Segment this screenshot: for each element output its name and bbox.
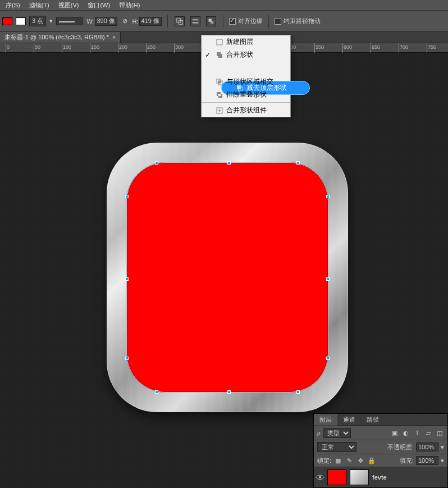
- menu-merge-components[interactable]: 合并形状组件: [202, 104, 290, 117]
- divider: [167, 15, 168, 28]
- menu-help[interactable]: 帮助(H): [115, 1, 144, 10]
- menu-filter[interactable]: 滤镜(T): [25, 1, 54, 10]
- artwork: [107, 143, 348, 412]
- filter-shape-icon[interactable]: ▱: [424, 428, 433, 437]
- h-label: H:: [132, 18, 138, 25]
- svg-rect-6: [217, 39, 222, 45]
- menu-exclude[interactable]: 排除重叠形状: [202, 88, 290, 101]
- layer-thumbnail[interactable]: [327, 469, 346, 485]
- menu-order[interactable]: 序(S): [1, 1, 25, 10]
- opacity-input[interactable]: [416, 443, 438, 451]
- menu-view[interactable]: 视图(V): [54, 1, 84, 10]
- menu-intersect[interactable]: 与形状区域相交: [202, 75, 290, 88]
- layer-row[interactable]: fevte: [314, 467, 447, 487]
- dropdown-icon[interactable]: ▾: [441, 444, 444, 451]
- path-operations-menu: 新建图层 ✓ 合并形状 减去顶层形状 与形状区域相交 排除重叠形状 合并形状组件: [201, 35, 291, 117]
- height-input[interactable]: [139, 17, 162, 26]
- lock-position-icon[interactable]: ✥: [356, 456, 365, 465]
- arrange-icon[interactable]: [206, 16, 216, 26]
- options-bar: 3 点 ▾ W: ⊘ H: 对齐边缘 约束路径拖动: [0, 10, 448, 31]
- blend-mode-select[interactable]: 正常: [317, 442, 356, 452]
- tab-channels[interactable]: 通道: [337, 414, 361, 426]
- width-input[interactable]: [95, 17, 117, 26]
- svg-rect-13: [218, 81, 221, 83]
- svg-rect-2: [193, 19, 199, 20]
- stroke-style[interactable]: [56, 17, 83, 25]
- align-edges-check[interactable]: 对齐边缘: [229, 17, 263, 25]
- checkbox-icon: [275, 18, 281, 25]
- svg-point-19: [319, 476, 321, 478]
- filter-adjust-icon[interactable]: ◐: [401, 428, 410, 437]
- divider: [268, 15, 269, 28]
- stroke-width[interactable]: 3 点: [29, 16, 46, 26]
- align-icon[interactable]: [190, 16, 200, 26]
- tab-layers[interactable]: 图层: [314, 414, 337, 426]
- filter-type-select[interactable]: 类型: [323, 428, 351, 438]
- svg-rect-8: [218, 54, 222, 58]
- visibility-icon[interactable]: [316, 473, 324, 481]
- lock-pixels-icon[interactable]: ✎: [345, 456, 354, 465]
- layer-name[interactable]: fevte: [372, 474, 387, 481]
- filter-smart-icon[interactable]: ◫: [435, 428, 444, 437]
- stroke-dropdown-icon[interactable]: ▾: [49, 17, 53, 25]
- menu-window[interactable]: 窗口(W): [83, 1, 115, 10]
- combine-icon: [216, 52, 223, 58]
- menu-new-layer[interactable]: 新建图层: [202, 35, 290, 48]
- path-ops-icon[interactable]: [175, 16, 185, 26]
- w-label: W:: [86, 18, 94, 25]
- filter-type-icon[interactable]: T: [413, 428, 422, 437]
- new-layer-icon: [216, 39, 223, 45]
- layer-mask-thumbnail[interactable]: [350, 469, 369, 485]
- svg-rect-5: [211, 21, 214, 24]
- divider: [223, 15, 223, 28]
- tab-paths[interactable]: 路径: [361, 414, 385, 426]
- stroke-swatch[interactable]: [16, 17, 26, 25]
- svg-rect-3: [193, 22, 199, 23]
- checkbox-icon: [229, 18, 236, 25]
- menu-combine[interactable]: ✓ 合并形状: [202, 48, 290, 61]
- exclude-icon: [216, 92, 223, 98]
- lock-transparent-icon[interactable]: ▩: [333, 456, 342, 465]
- layers-panel: 图层 通道 路径 ρ 类型 ▣ ◐ T ▱ ◫ 正常 不透明度: ▾ 锁定: ▩…: [313, 413, 448, 488]
- fill-swatch[interactable]: [2, 17, 12, 25]
- constrain-path-check[interactable]: 约束路径拖动: [275, 17, 321, 25]
- intersect-icon: [216, 79, 223, 85]
- red-rounded-rect[interactable]: [126, 162, 328, 393]
- lock-all-icon[interactable]: 🔒: [367, 456, 376, 465]
- check-icon: ✓: [205, 51, 211, 59]
- dropdown-icon[interactable]: ▾: [441, 457, 444, 464]
- document-tab[interactable]: 未标题-1 @ 100% (#c3c3c3, RGB/8) * ×: [0, 32, 121, 43]
- link-wh-icon[interactable]: ⊘: [121, 17, 129, 25]
- panel-tabs: 图层 通道 路径: [314, 414, 447, 426]
- svg-rect-16: [218, 94, 221, 96]
- merge-icon: [216, 107, 223, 114]
- close-tab-icon[interactable]: ×: [112, 34, 116, 40]
- main-menu[interactable]: 序(S) 滤镜(T) 视图(V) 窗口(W) 帮助(H): [0, 0, 448, 10]
- fill-input[interactable]: [416, 456, 438, 465]
- separator: [202, 102, 290, 103]
- filter-pixel-icon[interactable]: ▣: [390, 428, 399, 437]
